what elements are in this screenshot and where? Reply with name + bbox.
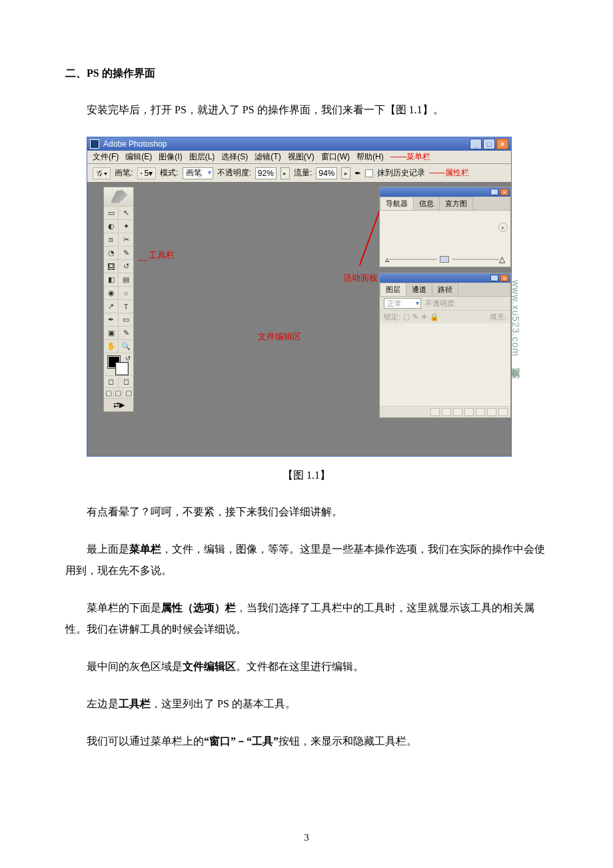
toolbox-header — [104, 187, 133, 206]
tool-heal[interactable]: ◔ — [104, 246, 119, 259]
lock-trans-icon[interactable]: ▢ — [403, 313, 410, 321]
intro-paragraph: 安装完毕后，打开 PS，就进入了 PS 的操作界面，我们来看一下【图 1.1】。 — [65, 99, 548, 121]
jump-to-imageready[interactable]: ⇄▶ — [104, 398, 133, 411]
opacity-arrow[interactable]: ▸ — [281, 167, 290, 179]
tool-shape[interactable]: ▭ — [119, 313, 133, 326]
background-color[interactable] — [116, 363, 128, 375]
opacity-value[interactable]: 92% — [255, 167, 277, 179]
swap-colors-icon[interactable]: ↺ — [125, 355, 131, 362]
tool-lasso[interactable]: ◐ — [104, 219, 119, 233]
menu-help[interactable]: 帮助(H) — [356, 151, 384, 163]
tool-notes[interactable]: ▣ — [104, 326, 119, 339]
new-layer-icon[interactable] — [487, 408, 496, 416]
tab-layers[interactable]: 图层 — [380, 283, 406, 296]
history-checkbox[interactable] — [365, 169, 373, 177]
tool-eyedrop[interactable]: ✎ — [119, 326, 133, 339]
zoom-slider[interactable]: ▵ △ — [385, 256, 505, 263]
fx-icon[interactable] — [442, 408, 451, 416]
menu-select[interactable]: 选择(S) — [221, 151, 248, 163]
tab-navigator[interactable]: 导航器 — [380, 197, 414, 210]
tool-move[interactable]: ↖ — [119, 206, 133, 219]
tool-text[interactable]: T — [119, 299, 133, 313]
window-title: Adobe Photoshop — [103, 139, 470, 149]
menu-view[interactable]: 视图(V) — [288, 151, 314, 163]
menu-filter[interactable]: 滤镜(T) — [255, 151, 281, 163]
annotation-toolbar-label: 工具栏 — [149, 249, 175, 261]
tool-gradient[interactable]: ▤ — [119, 273, 133, 286]
annotation-menubar: ——菜单栏 — [390, 151, 430, 163]
annotation-toolbar-dash: — — [138, 255, 147, 265]
tool-pen[interactable]: ✒ — [104, 313, 119, 326]
feather-icon — [109, 189, 129, 204]
toolbox: ▭ ↖ ◐ ✦ ⧈ ✂ ◔ ✎ ⛾ ↺ ◧ ▤ ◉ ○ ↗ — [103, 187, 134, 412]
tab-paths[interactable]: 路径 — [432, 283, 458, 296]
tool-eraser[interactable]: ◧ — [104, 273, 119, 286]
menu-edit[interactable]: 编辑(E) — [125, 151, 152, 163]
panel-menu-button[interactable]: ▸ — [498, 223, 508, 232]
color-swatches[interactable]: ↺ — [104, 353, 133, 375]
flow-value[interactable]: 94% — [316, 167, 337, 179]
paragraph-c: 菜单栏的下面是属性（选项）栏，当我们选择了工具栏中的工具时，这里就显示该工具的相… — [65, 597, 548, 640]
zoom-in-icon[interactable]: △ — [499, 255, 505, 264]
tool-brush[interactable]: ✎ — [119, 246, 133, 259]
tool-zoom[interactable]: 🔍 — [119, 339, 133, 353]
tool-history[interactable]: ↺ — [119, 259, 133, 273]
folder-icon[interactable] — [476, 408, 485, 416]
panel-minimize-button-2[interactable]: _ — [490, 275, 498, 281]
menu-file[interactable]: 文件(F) — [93, 151, 119, 163]
screen-full-icon[interactable]: ▢ — [123, 387, 133, 398]
navigator-panel: _ × 导航器 信息 直方图 ▸ ▵ — [379, 187, 511, 267]
panel-minimize-button[interactable]: _ — [490, 189, 498, 195]
tool-slice[interactable]: ✂ — [119, 233, 133, 246]
figure-caption: 【图 1.1】 — [65, 469, 548, 483]
flow-arrow[interactable]: ▸ — [341, 167, 350, 179]
lock-all-icon[interactable]: 🔒 — [430, 313, 439, 321]
opacity-label: 不透明度: — [217, 167, 251, 179]
screen-full-menu-icon[interactable]: ▢ — [114, 387, 124, 398]
lock-pos-icon[interactable]: ✛ — [421, 313, 427, 321]
page-number: 3 — [65, 832, 548, 843]
panel-close-button[interactable]: × — [500, 189, 508, 195]
minimize-button[interactable]: _ — [470, 139, 482, 149]
tool-blur[interactable]: ◉ — [104, 286, 119, 299]
tab-channels[interactable]: 通道 — [406, 283, 432, 296]
brush-size[interactable]: • 5 ▾ — [137, 167, 156, 179]
window-titlebar: Adobe Photoshop _ □ × — [87, 137, 511, 151]
menu-layer[interactable]: 图层(L) — [189, 151, 215, 163]
lock-pixels-icon[interactable]: ✎ — [412, 313, 418, 321]
quickmask-mode-icon[interactable]: ◻ — [119, 375, 133, 387]
tool-dodge[interactable]: ○ — [119, 286, 133, 299]
panel-close-button-2[interactable]: × — [500, 275, 508, 281]
menu-window[interactable]: 窗口(W) — [321, 151, 350, 163]
tab-info[interactable]: 信息 — [413, 197, 440, 210]
layers-panel: _ × 图层 通道 路径 正常 不透明度: 锁定 — [379, 273, 511, 418]
tool-hand[interactable]: ✋ — [104, 339, 119, 353]
tool-preset-icon[interactable]: 𝒢 ▾ — [93, 167, 111, 179]
panel-dock: _ × 导航器 信息 直方图 ▸ ▵ — [379, 187, 511, 418]
menu-image[interactable]: 图像(I) — [159, 151, 182, 163]
tool-path[interactable]: ↗ — [104, 299, 119, 313]
screen-standard-icon[interactable]: ▢ — [104, 387, 114, 398]
tab-histogram[interactable]: 直方图 — [439, 197, 473, 210]
brush-label: 画笔: — [115, 167, 133, 179]
airbrush-icon[interactable]: ✒ — [354, 169, 361, 178]
link-icon[interactable] — [430, 408, 440, 416]
adjust-icon[interactable] — [464, 408, 474, 416]
tool-crop[interactable]: ⧈ — [104, 233, 119, 246]
trash-icon[interactable] — [498, 408, 508, 416]
fill-label: 填充: — [490, 312, 506, 322]
mode-select[interactable]: 画笔 — [183, 167, 213, 179]
annotation-optionsbar: ——属性栏 — [429, 167, 469, 179]
ps-logo-icon — [90, 139, 99, 149]
standard-mode-icon[interactable]: ◻ — [104, 375, 119, 387]
mask-icon[interactable] — [453, 408, 462, 416]
tool-stamp[interactable]: ⛾ — [104, 259, 119, 273]
paragraph-e: 左边是工具栏，这里列出了 PS 的基本工具。 — [65, 693, 548, 715]
close-button[interactable]: × — [496, 139, 508, 149]
maximize-button[interactable]: □ — [483, 139, 495, 149]
tool-marquee[interactable]: ▭ — [104, 206, 119, 219]
watermark-text: www.xu523.com 版权所有 — [510, 280, 522, 363]
blend-mode-select[interactable]: 正常 — [384, 298, 421, 309]
annotation-editarea-label: 文件编辑区 — [258, 331, 301, 343]
tool-wand[interactable]: ✦ — [119, 219, 133, 233]
